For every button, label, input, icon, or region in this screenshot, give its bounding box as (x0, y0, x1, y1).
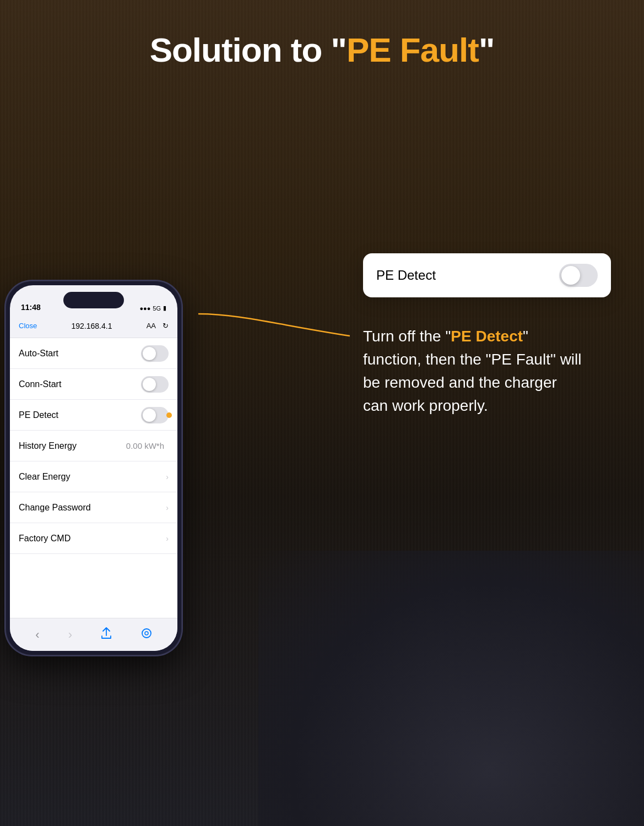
factory-cmd-chevron: › (166, 534, 169, 543)
settings-item-history-energy: History Energy 0.00 kW*h (10, 431, 177, 461)
conn-start-label: Conn-Start (19, 379, 141, 389)
auto-start-toggle[interactable] (141, 345, 169, 362)
change-password-label: Change Password (19, 503, 166, 513)
forward-button[interactable]: › (68, 628, 72, 642)
back-button[interactable]: ‹ (35, 628, 39, 642)
settings-item-factory-cmd[interactable]: Factory CMD › (10, 523, 177, 554)
browser-controls: AA ↻ (147, 322, 169, 330)
pe-detect-label: PE Detect (19, 410, 141, 420)
svg-point-0 (142, 629, 151, 638)
status-time: 11:48 (21, 303, 41, 312)
share-button[interactable] (101, 627, 112, 642)
bookmark-button[interactable] (141, 628, 152, 642)
clear-energy-chevron: › (166, 472, 169, 481)
desc-highlight-pe-detect: PE Detect (451, 328, 523, 345)
factory-cmd-label: Factory CMD (19, 534, 166, 544)
signal-icon: ●●● (139, 305, 150, 312)
history-energy-value: 0.00 kW*h (126, 441, 164, 450)
auto-start-knob (143, 347, 156, 360)
status-icons: ●●● 5G ▮ (139, 305, 166, 312)
car-background (258, 551, 644, 826)
page-title: Solution to "PE Fault" (0, 30, 644, 69)
conn-start-knob (143, 378, 156, 391)
conn-start-toggle[interactable] (141, 376, 169, 393)
settings-item-pe-detect: PE Detect (10, 400, 177, 431)
pe-detect-callout-toggle[interactable] (559, 264, 598, 287)
phone-frame: 11:48 ●●● 5G ▮ Close 192.168.4.1 AA ↻ (6, 281, 182, 655)
pe-detect-toggle[interactable] (141, 407, 169, 423)
description-text: Turn off the "PE Detect"function, then t… (363, 325, 616, 417)
pe-detect-callout: PE Detect (363, 253, 611, 297)
browser-bar: Close 192.168.4.1 AA ↻ (10, 314, 177, 338)
auto-start-label: Auto-Start (19, 349, 141, 358)
browser-url: 192.168.4.1 (71, 322, 112, 330)
refresh-button[interactable]: ↻ (163, 322, 169, 330)
phone-container: 11:48 ●●● 5G ▮ Close 192.168.4.1 AA ↻ (0, 187, 220, 793)
svg-point-1 (145, 632, 148, 635)
clear-energy-label: Clear Energy (19, 472, 166, 482)
pe-detect-callout-knob (561, 266, 580, 285)
title-suffix: " (479, 31, 494, 69)
network-type: 5G (153, 305, 161, 312)
history-energy-label: History Energy (19, 441, 126, 451)
browser-bottom-nav: ‹ › (10, 618, 177, 651)
settings-item-clear-energy[interactable]: Clear Energy › (10, 461, 177, 492)
settings-item-conn-start: Conn-Start (10, 369, 177, 400)
settings-item-auto-start: Auto-Start (10, 338, 177, 369)
title-highlight: PE Fault (347, 31, 479, 69)
pe-detect-callout-label: PE Detect (376, 268, 436, 283)
pe-detect-knob (143, 409, 156, 422)
aa-button[interactable]: AA (147, 322, 156, 330)
title-prefix: Solution to " (150, 31, 347, 69)
settings-item-change-password[interactable]: Change Password › (10, 492, 177, 523)
phone-screen: 11:48 ●●● 5G ▮ Close 192.168.4.1 AA ↻ (10, 285, 177, 651)
browser-close-button[interactable]: Close (19, 322, 37, 330)
dynamic-island (63, 292, 124, 308)
battery-icon: ▮ (163, 305, 166, 312)
change-password-chevron: › (166, 503, 169, 512)
settings-list: Auto-Start Conn-Start PE Detect (10, 338, 177, 618)
desc-text-1: Turn off the " (363, 328, 451, 345)
